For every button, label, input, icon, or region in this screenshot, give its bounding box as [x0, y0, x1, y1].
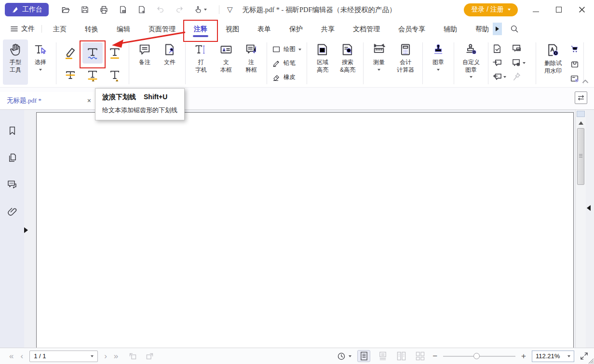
stamp-button[interactable]: 图章 [426, 39, 451, 85]
workspace-button[interactable]: 工作台 [5, 3, 49, 16]
comment-card-button[interactable] [511, 43, 523, 55]
resize-grip[interactable] [586, 356, 594, 364]
menu-member-exclusive[interactable]: 会员专享 [389, 19, 434, 39]
undo-button[interactable] [156, 5, 165, 14]
search-highlight-icon [341, 43, 354, 56]
menu-edit[interactable]: 编辑 [108, 19, 139, 39]
attachments-panel-button[interactable] [0, 198, 24, 225]
scrollbar-top-button[interactable] [577, 111, 585, 117]
new-document-button[interactable] [137, 5, 146, 14]
facing-continuous-view-button[interactable] [414, 350, 427, 362]
menu-accessibility[interactable]: 辅助 [434, 19, 466, 39]
redo-button[interactable] [175, 5, 184, 14]
pencil-button[interactable]: 铅笔 [270, 57, 304, 69]
eraser-button[interactable]: 橡皮 [270, 71, 304, 83]
strikeout-tool-button[interactable] [60, 65, 81, 86]
login-register-button[interactable]: 登录 / 注册 [464, 3, 518, 16]
hand-mode-caret [204, 9, 207, 11]
expand-right-panel-button[interactable] [587, 205, 591, 211]
facing-view-button[interactable] [395, 350, 408, 362]
last-page-button[interactable]: » [110, 352, 122, 360]
textbox-button[interactable]: 文 本框 [214, 39, 239, 85]
underline-tool-button[interactable] [105, 42, 125, 64]
search-highlight-button[interactable]: 搜索 &高亮 [335, 39, 360, 85]
pdf-page[interactable] [36, 112, 574, 348]
first-page-button[interactable]: « [6, 352, 17, 360]
tab-close-icon[interactable]: × [86, 97, 92, 104]
history-button[interactable] [337, 352, 351, 361]
single-page-view-button[interactable] [357, 350, 370, 362]
export-pdf-button[interactable] [119, 5, 127, 14]
import-comments-button[interactable] [491, 57, 503, 69]
accounting-calculator-button[interactable]: 会计 计算器 [392, 39, 419, 85]
document-tab[interactable]: 无标题.pdf * × [0, 92, 97, 109]
hand-tool-button[interactable]: 手型 工具 [3, 39, 28, 85]
maximize-button[interactable] [554, 5, 563, 14]
previous-page-button[interactable]: ‹ [17, 352, 27, 360]
minimize-button[interactable] [531, 5, 540, 14]
insert-text-tool-button[interactable] [105, 65, 125, 86]
collapse-ribbon-button[interactable] [582, 79, 588, 83]
highlight-tool-button[interactable] [60, 42, 81, 64]
hand-mode-button[interactable] [194, 5, 207, 14]
comments-panel-button[interactable] [0, 171, 24, 198]
note-comment-button[interactable]: 备注 [132, 39, 157, 85]
menu-file[interactable]: 文件 [6, 25, 40, 33]
panel-settings-button[interactable] [569, 73, 580, 85]
expand-left-panel-button[interactable] [24, 225, 30, 235]
next-page-button[interactable]: › [101, 352, 110, 360]
callout-button[interactable]: 注 释框 [239, 39, 264, 85]
zoom-slider[interactable] [443, 351, 515, 362]
area-highlight-button[interactable]: 区域 高亮 [310, 39, 335, 85]
scrollbar-thumb[interactable] [577, 128, 584, 185]
menu-share[interactable]: 共享 [312, 19, 344, 39]
measure-button[interactable]: 测量 [366, 39, 392, 85]
export-comments-button[interactable] [491, 71, 507, 83]
document-viewport[interactable] [24, 110, 575, 348]
shop-bag-button[interactable] [569, 58, 580, 70]
menu-convert[interactable]: 转换 [76, 19, 108, 39]
squiggly-underline-tool-button[interactable] [82, 42, 103, 64]
cart-button[interactable] [569, 43, 580, 55]
search-button[interactable] [510, 24, 519, 34]
typewriter-button[interactable]: 打 字机 [189, 39, 214, 85]
switch-tabs-button[interactable] [575, 91, 587, 104]
continuous-view-button[interactable] [376, 350, 389, 362]
pages-panel-button[interactable] [0, 144, 24, 171]
slider-knob[interactable] [473, 353, 480, 359]
measure-label: 测量 [373, 59, 385, 66]
bookmarks-panel-button[interactable] [0, 117, 24, 144]
replace-text-tool-button[interactable] [82, 65, 103, 86]
zoom-out-button[interactable]: − [432, 352, 437, 360]
menu-home[interactable]: 主页 [44, 19, 76, 39]
menu-organize[interactable]: 页面管理 [139, 19, 185, 39]
open-file-button[interactable] [61, 5, 70, 14]
zoom-level-select[interactable]: 112.21% [532, 351, 574, 362]
scroll-up-arrow[interactable] [579, 121, 583, 125]
rotate-left-icon[interactable] [128, 351, 137, 361]
rotate-right-icon[interactable] [145, 351, 154, 361]
select-tool-button[interactable]: 选择 [28, 39, 53, 85]
comment-settings-button[interactable] [511, 57, 526, 69]
remove-trial-watermark-button[interactable]: 删除试 用水印 [539, 39, 567, 85]
print-button[interactable] [99, 5, 108, 14]
zoom-in-button[interactable]: + [521, 352, 526, 360]
menu-view[interactable]: 视图 [216, 19, 248, 39]
menu-comment[interactable]: 注释 [185, 19, 216, 39]
file-attachment-comment-button[interactable]: 文件 [157, 39, 182, 85]
save-button[interactable] [81, 5, 89, 14]
history-caret [349, 355, 351, 357]
custom-stamp-button[interactable]: 自定义 图章 [457, 39, 485, 85]
menu-overflow-button[interactable] [493, 23, 502, 35]
drawing-button[interactable]: 绘图 [270, 43, 304, 55]
window-title: 无标题.pdf * - 福昕PDF编辑器（未经授权的产品） [243, 5, 396, 14]
menu-form[interactable]: 表单 [248, 19, 280, 39]
customize-toolbar-chevron[interactable]: ▽ [227, 5, 233, 14]
menu-protect[interactable]: 保护 [280, 19, 312, 39]
page-number-select[interactable]: 1 / 1 [29, 351, 98, 362]
close-button[interactable] [578, 5, 586, 14]
menu-help[interactable]: 帮助 [466, 19, 492, 39]
keep-tool-selected-button[interactable] [511, 71, 523, 83]
menu-document-management[interactable]: 文档管理 [344, 19, 389, 39]
comment-check-button[interactable] [491, 43, 503, 55]
